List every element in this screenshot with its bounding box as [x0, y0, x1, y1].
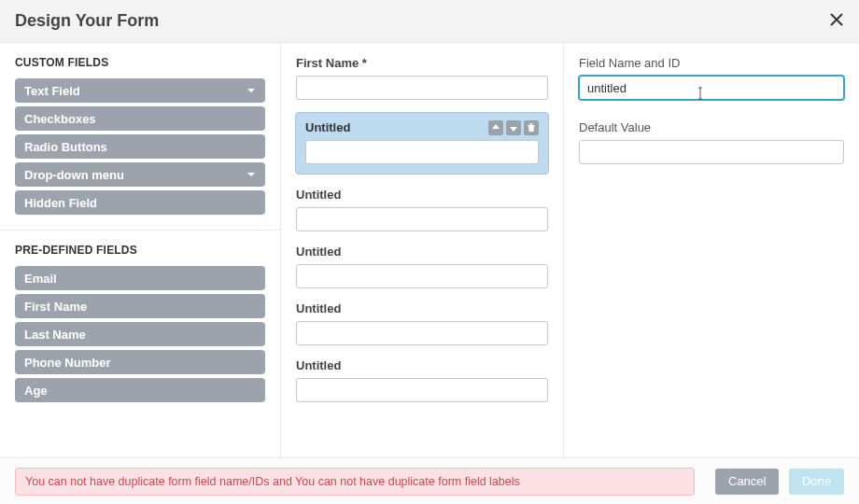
- modal-title: Design Your Form: [15, 11, 159, 31]
- form-field-input[interactable]: [296, 207, 548, 231]
- form-field-label: First Name *: [296, 56, 548, 70]
- pill-label: Text Field: [24, 84, 80, 98]
- form-field-label: Untitled: [296, 358, 548, 372]
- form-field-selected[interactable]: Untitled: [295, 112, 549, 175]
- pill-label: Checkboxes: [24, 112, 96, 126]
- custom-field-dropdown-menu[interactable]: Drop-down menu: [15, 162, 265, 187]
- move-down-icon[interactable]: [506, 120, 521, 135]
- error-banner: You can not have duplicate form field na…: [15, 468, 695, 496]
- form-canvas: First Name * Untitled Untitled Untitled …: [280, 43, 564, 457]
- pill-label: First Name: [24, 300, 87, 314]
- custom-fields-heading: CUSTOM FIELDS: [15, 56, 265, 69]
- pill-label: Last Name: [24, 328, 86, 342]
- sidebar: CUSTOM FIELDS Text Field Checkboxes Radi…: [0, 43, 280, 457]
- form-field-label: Untitled: [296, 188, 548, 202]
- predefined-field-age[interactable]: Age: [15, 378, 265, 402]
- custom-field-hidden-field[interactable]: Hidden Field: [15, 190, 265, 215]
- form-field-input[interactable]: [305, 140, 539, 164]
- field-name-label: Field Name and ID: [579, 56, 844, 70]
- form-field[interactable]: Untitled: [296, 358, 548, 402]
- custom-field-radio-buttons[interactable]: Radio Buttons: [15, 134, 265, 159]
- custom-field-checkboxes[interactable]: Checkboxes: [15, 106, 265, 131]
- properties-panel: Field Name and ID Default Value: [564, 43, 859, 457]
- pill-label: Email: [24, 272, 57, 286]
- form-field-input[interactable]: [296, 264, 548, 288]
- sidebar-divider: [0, 230, 280, 231]
- predefined-field-phone-number[interactable]: Phone Number: [15, 350, 265, 374]
- pill-label: Drop-down menu: [24, 168, 124, 182]
- trash-icon[interactable]: [524, 120, 539, 135]
- form-field[interactable]: First Name *: [296, 56, 548, 100]
- chevron-down-icon: [246, 84, 256, 98]
- pill-label: Phone Number: [24, 356, 110, 370]
- move-up-icon[interactable]: [488, 120, 503, 135]
- pill-label: Hidden Field: [24, 196, 97, 210]
- default-value-input[interactable]: [579, 140, 844, 164]
- cancel-button[interactable]: Cancel: [715, 469, 779, 495]
- pill-label: Radio Buttons: [24, 140, 107, 154]
- predefined-field-first-name[interactable]: First Name: [15, 294, 265, 318]
- form-field-input[interactable]: [296, 321, 548, 345]
- predefined-field-last-name[interactable]: Last Name: [15, 322, 265, 346]
- form-field[interactable]: Untitled: [296, 188, 548, 231]
- custom-field-text-field[interactable]: Text Field: [15, 78, 265, 103]
- form-field-label: Untitled: [296, 301, 548, 315]
- field-name-input[interactable]: [579, 76, 844, 100]
- predefined-fields-heading: PRE-DEFINED FIELDS: [15, 244, 265, 257]
- chevron-down-icon: [246, 168, 256, 182]
- form-field-input[interactable]: [296, 378, 548, 402]
- modal-header: Design Your Form: [0, 0, 859, 43]
- default-value-label: Default Value: [579, 120, 844, 134]
- pill-label: Age: [24, 384, 48, 398]
- close-icon[interactable]: [829, 12, 844, 31]
- footer: You can not have duplicate form field na…: [0, 457, 859, 504]
- done-button[interactable]: Done: [789, 469, 844, 495]
- form-field-input[interactable]: [296, 76, 548, 100]
- form-field[interactable]: Untitled: [296, 245, 548, 288]
- predefined-field-email[interactable]: Email: [15, 266, 265, 290]
- form-field[interactable]: Untitled: [296, 301, 548, 345]
- form-field-label: Untitled: [296, 245, 548, 259]
